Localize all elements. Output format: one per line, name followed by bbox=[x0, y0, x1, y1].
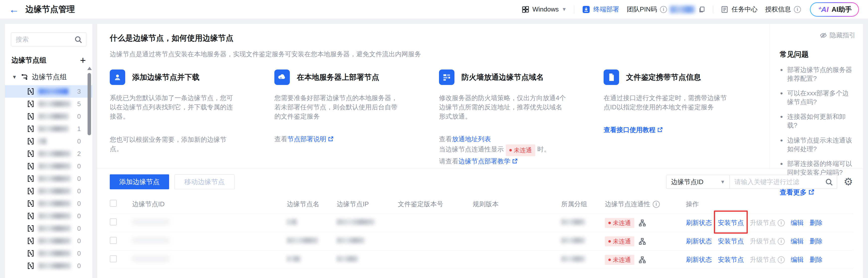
sidebar-group-item[interactable]: 5 bbox=[5, 98, 92, 110]
delete-node-link[interactable]: 删除 bbox=[810, 255, 823, 264]
node-deploy-doc-link[interactable]: 节点部署说明 bbox=[287, 135, 326, 143]
delete-node-link[interactable]: 删除 bbox=[810, 237, 823, 246]
sidebar-search-input[interactable] bbox=[16, 36, 73, 43]
sidebar-group-item[interactable]: 1 bbox=[5, 123, 92, 135]
sidebar-group-item[interactable]: 0 bbox=[5, 197, 92, 210]
redacted-group-name bbox=[38, 113, 69, 119]
link-prefix: 查看 bbox=[274, 135, 287, 143]
redacted-group-name bbox=[38, 213, 71, 219]
sidebar-group-item[interactable]: 0 bbox=[5, 185, 92, 197]
col-file-check-version: 文件鉴定版本号 bbox=[398, 195, 473, 214]
keyword-filter[interactable] bbox=[730, 175, 837, 189]
add-group-icon[interactable]: + bbox=[80, 55, 86, 65]
row-checkbox[interactable] bbox=[110, 255, 117, 262]
edge-node-row: 未连通 刷新状态 安装节点 bbox=[110, 251, 853, 269]
sidebar-group-item[interactable]: 0 bbox=[5, 235, 92, 247]
refresh-status-link[interactable]: 刷新状态 bbox=[686, 237, 712, 246]
external-link-icon bbox=[328, 135, 334, 145]
status-dot bbox=[608, 222, 611, 224]
api-tutorial-link[interactable]: 查看接口使用教程 bbox=[603, 126, 655, 134]
redacted-node-id bbox=[132, 219, 169, 225]
group-node-count: 5 bbox=[77, 100, 81, 108]
keyword-filter-input[interactable] bbox=[734, 178, 823, 186]
row-checkbox[interactable] bbox=[110, 218, 117, 225]
guide-section: 什么是边缘节点，如何使用边缘节点 边缘节点是通过将节点安装在本地服务器，实现文件… bbox=[97, 24, 863, 169]
connectivity-info-icon[interactable]: i bbox=[653, 201, 660, 208]
node-table-section: 添加边缘节点 移动边缘节点 边缘节点ID ▼ bbox=[97, 169, 863, 269]
license-info[interactable]: 授权信息 i bbox=[765, 5, 801, 14]
node-icon bbox=[27, 138, 34, 145]
redacted-group-name bbox=[38, 176, 71, 182]
edit-node-link[interactable]: 编辑 bbox=[791, 237, 804, 246]
install-node-link[interactable]: 安装节点 bbox=[718, 237, 744, 246]
sidebar-group-item[interactable]: 0 bbox=[5, 110, 92, 123]
hide-guide-button[interactable]: 隐藏指引 bbox=[780, 31, 856, 40]
select-all-checkbox[interactable] bbox=[110, 200, 117, 207]
row-checkbox[interactable] bbox=[110, 237, 117, 244]
group-node-count: 0 bbox=[77, 113, 81, 120]
add-edge-node-button[interactable]: 添加边缘节点 bbox=[110, 174, 169, 189]
faq-item[interactable]: 连接器如何更新和卸载? bbox=[780, 112, 855, 130]
status-hint-text: 当边缘节点连通性显示 bbox=[439, 145, 504, 153]
os-selector[interactable]: Windows ▼ bbox=[522, 5, 567, 13]
sidebar-group-item[interactable]: 0 bbox=[5, 160, 92, 172]
ai-assistant-button[interactable]: ⁺AI AI助手 bbox=[810, 2, 859, 17]
task-center-icon bbox=[721, 5, 728, 13]
table-settings-gear-icon[interactable]: ⚙ bbox=[843, 177, 853, 187]
tree-root-label: 边缘节点组 bbox=[32, 72, 67, 82]
network-topology-icon[interactable] bbox=[638, 219, 646, 227]
faq-item[interactable]: 部署边缘节点的服务器推荐配置? bbox=[780, 66, 855, 83]
scrollbar-thumb[interactable] bbox=[88, 73, 91, 135]
sidebar-group-item[interactable]: 0 bbox=[5, 222, 92, 235]
tree-root-edge-node-group[interactable]: ▼ 边缘节点组 bbox=[5, 67, 92, 85]
move-edge-node-button[interactable]: 移动边缘节点 bbox=[175, 174, 235, 189]
install-node-link[interactable]: 安装节点 bbox=[718, 218, 744, 227]
sidebar-group-item[interactable]: 0 bbox=[5, 210, 92, 222]
terminal-deploy-label: 终端部署 bbox=[593, 5, 619, 14]
upgrade-info-icon[interactable]: i bbox=[778, 238, 785, 245]
group-node-count: 0 bbox=[77, 138, 81, 145]
node-icon bbox=[27, 100, 34, 108]
scroll-up-arrow-icon[interactable] bbox=[87, 67, 92, 70]
refresh-status-link[interactable]: 刷新状态 bbox=[686, 218, 712, 227]
install-node-link[interactable]: 安装节点 bbox=[718, 255, 744, 264]
edit-node-link[interactable]: 编辑 bbox=[791, 218, 804, 227]
filter-field-select[interactable]: 边缘节点ID ▼ bbox=[666, 175, 730, 189]
terminal-deploy-link[interactable]: 终端部署 bbox=[582, 5, 619, 14]
sidebar-scrollbar[interactable] bbox=[87, 67, 91, 196]
hide-guide-label: 隐藏指引 bbox=[830, 31, 856, 40]
upgrade-info-icon[interactable]: i bbox=[778, 256, 785, 263]
faq-item[interactable]: 可以在xxx部署多个边缘节点吗? bbox=[780, 89, 855, 106]
delete-node-link[interactable]: 删除 bbox=[810, 218, 823, 227]
back-arrow-icon[interactable]: ← bbox=[9, 4, 19, 14]
sidebar-group-item[interactable]: 0 bbox=[5, 247, 92, 259]
guide-title: 什么是边缘节点，如何使用边缘节点 bbox=[110, 33, 770, 43]
upgrade-node-link: 升级节点 i bbox=[750, 255, 785, 264]
upgrade-node-link: 升级节点 i bbox=[750, 218, 785, 227]
redacted-group-name bbox=[38, 188, 71, 194]
upgrade-info-icon[interactable]: i bbox=[778, 219, 785, 227]
sidebar-group-item[interactable]: 2 bbox=[5, 147, 92, 160]
info-icon[interactable]: i bbox=[660, 6, 667, 13]
sidebar-group-item[interactable]: 0 bbox=[5, 172, 92, 185]
team-pin-redacted-value bbox=[670, 6, 695, 13]
sidebar-group-item[interactable]: 3 bbox=[5, 85, 92, 98]
redacted-group bbox=[561, 219, 585, 225]
sidebar-group-item[interactable]: 0 bbox=[5, 135, 92, 147]
network-topology-icon[interactable] bbox=[638, 256, 646, 264]
network-topology-icon[interactable] bbox=[638, 237, 646, 245]
sidebar-search[interactable] bbox=[11, 32, 86, 46]
refresh-status-link[interactable]: 刷新状态 bbox=[686, 255, 712, 264]
top-bar: ← 边缘节点管理 Windows ▼ 终端部署 团队PIN码 i 任 bbox=[0, 0, 868, 19]
task-center-link[interactable]: 任务中心 bbox=[721, 5, 757, 14]
search-icon[interactable] bbox=[825, 178, 833, 187]
allow-address-list-link[interactable]: 放通地址列表 bbox=[452, 135, 491, 143]
redacted-group-name bbox=[38, 163, 71, 169]
sidebar-group-item[interactable]: 0 bbox=[5, 259, 92, 272]
tree-expand-caret-icon[interactable]: ▼ bbox=[12, 74, 17, 80]
edit-node-link[interactable]: 编辑 bbox=[791, 255, 804, 264]
guide-card-deploy-node: 在本地服务器上部署节点 您需要准备好部署边缘节点的本地服务器，若未部署任何节点，… bbox=[274, 69, 428, 167]
faq-item[interactable]: 边缘节点提示未连通该如何处理? bbox=[780, 136, 855, 153]
deploy-tutorial-link[interactable]: 边缘节点部署教学 bbox=[459, 158, 510, 165]
copy-icon[interactable] bbox=[698, 6, 705, 13]
